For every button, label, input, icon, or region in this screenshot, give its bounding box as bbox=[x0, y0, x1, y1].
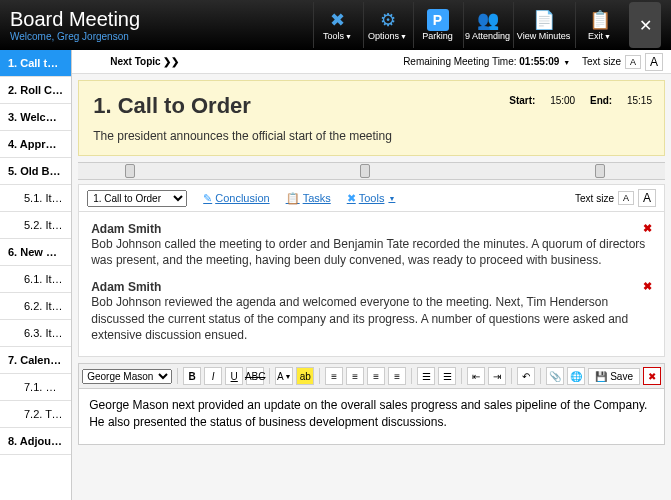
note-item: ✖Adam SmithBob Johnson called the meetin… bbox=[91, 222, 652, 268]
bold-button[interactable]: B bbox=[183, 367, 201, 385]
bullet-list-button[interactable]: ☰ bbox=[417, 367, 435, 385]
tools-link[interactable]: ✖Tools ▼ bbox=[347, 192, 396, 205]
attach-button[interactable]: 📎 bbox=[546, 367, 564, 385]
options-button[interactable]: ⚙Options▼ bbox=[363, 2, 411, 48]
content-topbar: Next Topic ❯❯ Remaining Meeting Time: 01… bbox=[72, 50, 671, 74]
note-item: ✖Adam SmithBob Johnson reviewed the agen… bbox=[91, 280, 652, 343]
delete-note-button[interactable]: ✖ bbox=[643, 280, 652, 293]
conclusion-icon: ✎ bbox=[203, 192, 212, 205]
delete-note-button[interactable]: ✖ bbox=[643, 222, 652, 235]
note-author: Adam Smith bbox=[91, 222, 652, 236]
content-pane: Next Topic ❯❯ Remaining Meeting Time: 01… bbox=[72, 50, 671, 500]
exit-icon: 📋 bbox=[589, 9, 611, 31]
timeline-slider[interactable] bbox=[78, 162, 665, 180]
undo-button[interactable]: ↶ bbox=[517, 367, 535, 385]
sidebar-item[interactable]: 4. Approval of Minutes fr... bbox=[0, 131, 71, 158]
parking-button[interactable]: PParking bbox=[413, 2, 461, 48]
header-toolbar: ✖Tools▼ ⚙Options▼ PParking 👥9 Attending … bbox=[313, 2, 661, 48]
page-title: Board Meeting bbox=[10, 8, 313, 31]
disk-icon: 💾 bbox=[595, 371, 607, 382]
sidebar-item[interactable]: 7.2. Time of Next Meeting bbox=[0, 401, 71, 428]
align-right-button[interactable]: ≡ bbox=[367, 367, 385, 385]
author-select[interactable]: George Mason bbox=[82, 369, 172, 384]
underline-button[interactable]: U bbox=[225, 367, 243, 385]
tools-icon: ✖ bbox=[330, 9, 345, 31]
indent-button[interactable]: ⇥ bbox=[488, 367, 506, 385]
outdent-button[interactable]: ⇤ bbox=[467, 367, 485, 385]
close-icon: ✕ bbox=[639, 16, 652, 35]
slider-handle-icon[interactable] bbox=[125, 164, 135, 178]
textsize-control: Text size A A bbox=[582, 53, 663, 71]
notes-list: ✖Adam SmithBob Johnson called the meetin… bbox=[78, 212, 665, 357]
tools-button[interactable]: ✖Tools▼ bbox=[313, 2, 361, 48]
globe-button[interactable]: 🌐 bbox=[567, 367, 585, 385]
remaining-time: Remaining Meeting Time: 01:55:09 ▼ bbox=[403, 56, 570, 67]
editor-textarea[interactable]: George Mason next provided an update on … bbox=[78, 389, 665, 445]
notes-toolbar: 1. Call to Order ✎Conclusion 📋Tasks ✖Too… bbox=[78, 184, 665, 212]
agenda-sidebar: 1. Call to Order2. Roll Call3. Welcome4.… bbox=[0, 50, 72, 500]
tasks-link[interactable]: 📋Tasks bbox=[286, 192, 331, 205]
text-color-button[interactable]: A▼ bbox=[275, 367, 293, 385]
topic-times: Start: 15:00 End: 15:15 bbox=[497, 95, 652, 106]
slider-handle-icon[interactable] bbox=[360, 164, 370, 178]
parking-icon: P bbox=[427, 9, 449, 31]
tasks-icon: 📋 bbox=[286, 192, 300, 205]
italic-button[interactable]: I bbox=[204, 367, 222, 385]
sidebar-item[interactable]: 6. New Business bbox=[0, 239, 71, 266]
sidebar-item[interactable]: 2. Roll Call bbox=[0, 77, 71, 104]
textsize-small-button[interactable]: A bbox=[618, 191, 634, 205]
align-justify-button[interactable]: ≡ bbox=[388, 367, 406, 385]
sidebar-item[interactable]: 5.2. Item 2 bbox=[0, 212, 71, 239]
sidebar-item[interactable]: 1. Call to Order bbox=[0, 50, 71, 77]
textsize-small-button[interactable]: A bbox=[625, 55, 641, 69]
align-center-button[interactable]: ≡ bbox=[346, 367, 364, 385]
strike-button[interactable]: ABC bbox=[246, 367, 264, 385]
topic-banner: Start: 15:00 End: 15:15 1. Call to Order… bbox=[78, 80, 665, 156]
app-header: Board Meeting Welcome, Greg Jorgenson ✖T… bbox=[0, 0, 671, 50]
conclusion-link[interactable]: ✎Conclusion bbox=[203, 192, 269, 205]
sidebar-item[interactable]: 7.1. Upcoming Events bbox=[0, 374, 71, 401]
sidebar-item[interactable]: 7. Calendar bbox=[0, 347, 71, 374]
note-text: Bob Johnson called the meeting to order … bbox=[91, 236, 652, 268]
welcome-text: Welcome, Greg Jorgenson bbox=[10, 31, 313, 42]
sidebar-item[interactable]: 3. Welcome bbox=[0, 104, 71, 131]
close-button[interactable]: ✕ bbox=[629, 2, 661, 48]
topic-description: The president announces the official sta… bbox=[93, 129, 650, 143]
people-icon: 👥 bbox=[477, 9, 499, 31]
note-text: Bob Johnson reviewed the agenda and welc… bbox=[91, 294, 652, 343]
next-topic-button[interactable]: Next Topic ❯❯ bbox=[80, 56, 403, 67]
note-author: Adam Smith bbox=[91, 280, 652, 294]
align-left-button[interactable]: ≡ bbox=[325, 367, 343, 385]
slider-handle-icon[interactable] bbox=[595, 164, 605, 178]
textsize-large-button[interactable]: A bbox=[638, 189, 656, 207]
sidebar-item[interactable]: 6.2. Item 2 bbox=[0, 293, 71, 320]
textsize-control: Text size A A bbox=[575, 189, 656, 207]
attending-button[interactable]: 👥9 Attending bbox=[463, 2, 511, 48]
sidebar-item[interactable]: 6.1. Item 1 bbox=[0, 266, 71, 293]
sidebar-item[interactable]: 8. Adjournment bbox=[0, 428, 71, 455]
note-editor: George Mason B I U ABC A▼ ab ≡ ≡ ≡ ≡ ☰ ☰… bbox=[78, 363, 665, 445]
main-area: 1. Call to Order2. Roll Call3. Welcome4.… bbox=[0, 50, 671, 500]
editor-toolbar: George Mason B I U ABC A▼ ab ≡ ≡ ≡ ≡ ☰ ☰… bbox=[78, 363, 665, 389]
topic-select[interactable]: 1. Call to Order bbox=[87, 190, 187, 207]
exit-button[interactable]: 📋Exit▼ bbox=[575, 2, 623, 48]
save-button[interactable]: 💾Save bbox=[588, 368, 640, 385]
highlight-button[interactable]: ab bbox=[296, 367, 314, 385]
sidebar-item[interactable]: 6.3. Item 3 bbox=[0, 320, 71, 347]
view-minutes-button[interactable]: 📄View Minutes bbox=[513, 2, 573, 48]
sliders-icon: ⚙ bbox=[380, 9, 396, 31]
sidebar-item[interactable]: 5. Old Business bbox=[0, 158, 71, 185]
cancel-button[interactable]: ✖ bbox=[643, 367, 661, 385]
textsize-large-button[interactable]: A bbox=[645, 53, 663, 71]
document-icon: 📄 bbox=[533, 9, 555, 31]
number-list-button[interactable]: ☰ bbox=[438, 367, 456, 385]
sidebar-item[interactable]: 5.1. Item 1 bbox=[0, 185, 71, 212]
wrench-icon: ✖ bbox=[347, 192, 356, 205]
header-left: Board Meeting Welcome, Greg Jorgenson bbox=[10, 8, 313, 42]
